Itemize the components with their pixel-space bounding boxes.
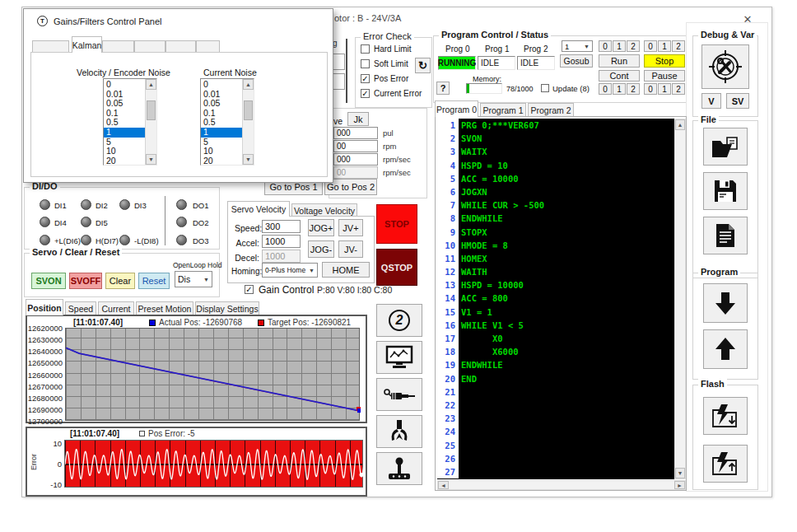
jk-button[interactable]: Jk [347,112,369,126]
move-value-field[interactable]: 000 [333,127,378,139]
tab-speed[interactable]: Speed [65,301,96,315]
prog-digit-button-0[interactable]: 0 [644,40,657,52]
actuator-button[interactable] [376,378,422,411]
dialog-tab-blank[interactable] [196,40,220,53]
scroll-up-icon[interactable]: ▲ [243,79,254,90]
current-noise-listbox[interactable]: 00.010.050.10.5151020▲▼ [200,78,254,166]
prog-digit-button-2[interactable]: 2 [672,40,685,52]
list-item[interactable]: 0 [104,80,145,90]
homing-dropdown[interactable]: 0-Plus Home ▼ [262,263,318,278]
code-vscrollbar[interactable]: ▲ ▼ [674,119,686,479]
scroll-down-icon[interactable]: ▼ [146,154,156,165]
tab-current[interactable]: Current [98,301,134,315]
move-value-field[interactable]: 000 [333,153,378,166]
prog-digit-button-2[interactable]: 2 [672,83,685,95]
sv-button[interactable]: SV [726,93,749,109]
svon-button[interactable]: SVON [31,273,66,289]
file-save-button[interactable] [703,172,748,210]
gosub-button[interactable]: Gosub [560,54,593,68]
monitor-chart-button[interactable] [376,341,422,374]
tab-voltage-velocity[interactable]: Voltage Velocity [291,203,357,217]
prog-digit-button-1[interactable]: 1 [613,83,626,95]
svoff-button[interactable]: SVOFF [69,273,102,289]
cont-button[interactable]: Cont [599,70,640,82]
velocity-noise-listbox[interactable]: 00.010.050.10.5151020▲▼ [103,78,157,166]
speed-field[interactable]: 300 [262,220,301,233]
prog-digit-button-2[interactable]: 2 [627,40,640,52]
error-check-checkbox[interactable] [361,44,370,54]
v-button[interactable]: V [701,93,721,109]
prog-digit-button-0[interactable]: 0 [644,83,657,95]
list-item[interactable]: 10 [201,147,242,156]
jog-minus-button[interactable]: JOG- [308,240,334,258]
stop-button-big[interactable]: STOP [376,204,417,244]
code-editor[interactable]: 1PRG 0;***VER6072SVON3WAITX4HSPD = 105AC… [435,116,687,491]
tab-program1[interactable]: Program 1 [480,103,526,117]
jv-minus-button[interactable]: JV- [338,240,363,258]
accel-field[interactable]: 1000 [262,235,301,248]
jv-plus-button[interactable]: JV+ [338,219,363,236]
move-value-field[interactable]: 00 [333,140,378,152]
dialog-tab-blank[interactable] [32,40,69,53]
update-checkbox[interactable] [541,84,549,92]
scroll-left-icon[interactable]: ◄ [438,481,449,489]
scroll-down-icon[interactable]: ▼ [675,468,685,478]
clear-button[interactable]: Clear [105,273,135,289]
listbox-scrollbar[interactable]: ▲▼ [242,79,254,165]
prog-digit-button-0[interactable]: 0 [599,83,612,95]
jog-plus-button[interactable]: JOG+ [308,219,334,236]
qstop-button[interactable]: QSTOP [376,249,417,286]
list-item[interactable]: 1 [104,128,145,138]
scroll-thumb[interactable] [147,100,156,120]
file-doc-button[interactable] [703,217,748,254]
gripper-button[interactable] [376,415,422,448]
error-check-checkbox[interactable]: ✓ [361,74,370,83]
tab-display-settings[interactable]: Display Settings [195,301,259,315]
flash-write-button[interactable] [703,397,748,435]
listbox-scrollbar[interactable]: ▲▼ [145,79,156,165]
error-refresh-button[interactable]: ↻ [415,58,431,73]
flash-read-button[interactable] [703,445,748,483]
prog-digit-button-2[interactable]: 2 [627,83,640,95]
gain-control-checkbox[interactable]: ✓ [245,285,254,294]
error-check-checkbox[interactable] [361,59,370,68]
file-open-button[interactable] [703,128,748,166]
dialog-tab-kalman[interactable]: Kalman [72,36,102,53]
program-download-button[interactable] [703,283,748,323]
code-hscrollbar[interactable]: ◄ ► [437,480,686,490]
tab-preset-motion[interactable]: Preset Motion [136,301,193,315]
tab-position[interactable]: Position [26,299,63,315]
list-item[interactable]: 20 [201,156,242,166]
scroll-right-icon[interactable]: ► [674,481,685,489]
help-button[interactable]: ? [436,82,450,95]
openloop-hold-dropdown[interactable]: Dis ▼ [175,271,212,287]
list-item[interactable]: 20 [104,156,145,166]
prog-digit-button-1[interactable]: 1 [658,40,671,52]
list-item[interactable]: 10 [104,147,145,156]
debug-target-button[interactable] [701,44,749,89]
tab-program2[interactable]: Program 2 [528,103,574,117]
scroll-up-icon[interactable]: ▲ [146,79,156,90]
loop2-button[interactable]: 2 [376,304,422,337]
dialog-tab-blank[interactable] [134,40,165,53]
dialog-tab-blank[interactable] [165,40,196,53]
home-button[interactable]: HOME [322,262,370,278]
tab-servo-velocity[interactable]: Servo Velocity [227,201,290,217]
prog-digit-button-1[interactable]: 1 [658,83,671,95]
program-upload-button[interactable] [703,329,748,369]
list-item[interactable]: 1 [201,128,242,138]
dialog-tab-blank[interactable] [102,40,134,53]
scroll-thumb[interactable] [244,100,253,120]
reset-button[interactable]: Reset [138,273,170,289]
scroll-up-icon[interactable]: ▲ [675,119,685,130]
list-item[interactable]: 0 [201,80,242,90]
error-check-checkbox[interactable]: ✓ [361,89,370,98]
scroll-down-icon[interactable]: ▼ [243,154,254,165]
pause-button[interactable]: Pause [644,70,685,82]
stop-button[interactable]: Stop [644,54,685,68]
run-button[interactable]: Run [599,54,640,68]
prog-digit-button-0[interactable]: 0 [599,40,612,52]
tab-program0[interactable]: Program 0 [435,100,478,117]
joystick-button[interactable] [376,452,422,485]
prog-select-dropdown[interactable]: 1 ▼ [562,40,593,52]
